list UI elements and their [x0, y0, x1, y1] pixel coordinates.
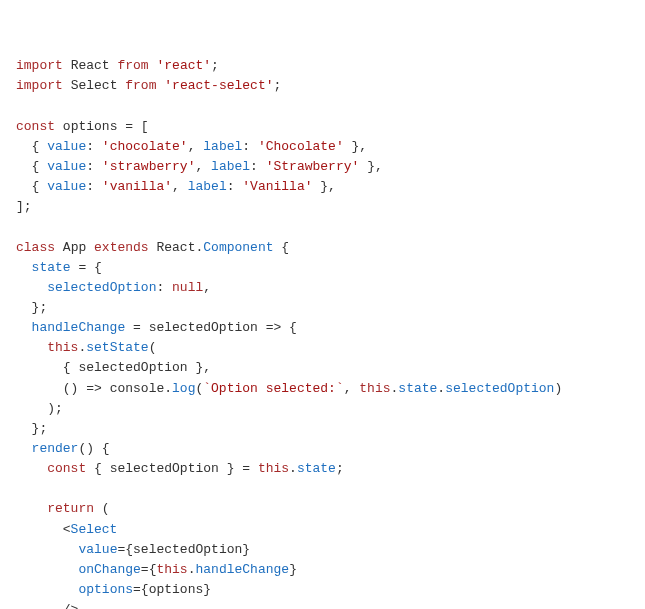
member-handlechange: handleChange [32, 320, 126, 335]
func-render: render [32, 441, 79, 456]
string-strawberry: 'strawberry' [102, 159, 196, 174]
keyword-return: return [47, 501, 94, 516]
close-bracket: ]; [16, 199, 32, 214]
string-vanilla-label: 'Vanilla' [242, 179, 312, 194]
string-chocolate: 'chocolate' [102, 139, 188, 154]
key-value: value [47, 179, 86, 194]
open-brace: { [16, 159, 47, 174]
semi: ; [274, 78, 282, 93]
func-setstate: setState [86, 340, 148, 355]
ident-selectedoption: selectedOption [110, 461, 219, 476]
keyword-import: import [16, 78, 63, 93]
ident-selectedoption: selectedOption [78, 360, 187, 375]
ident-options: options [63, 119, 118, 134]
close-paren: ); [16, 401, 63, 416]
key-label: label [203, 139, 242, 154]
member-state: state [398, 381, 437, 396]
code-block: import React from 'react'; import Select… [16, 56, 629, 609]
member-handlechange: handleChange [196, 562, 290, 577]
semi: ; [211, 58, 219, 73]
keyword-from: from [117, 58, 148, 73]
string-strawberry-label: 'Strawberry' [266, 159, 360, 174]
close-brace: }; [16, 421, 47, 436]
keyword-class: class [16, 240, 55, 255]
key-value: value [47, 139, 86, 154]
keyword-const: const [16, 119, 55, 134]
member-component: Component [203, 240, 273, 255]
keyword-const: const [47, 461, 86, 476]
ident-select: Select [71, 78, 118, 93]
keyword-this: this [47, 340, 78, 355]
member-state: state [32, 260, 71, 275]
string-react-select: 'react-select' [164, 78, 273, 93]
member-selectedoption: selectedOption [47, 280, 156, 295]
ident-react: React [71, 58, 110, 73]
keyword-null: null [172, 280, 203, 295]
assign-bracket: = [ [117, 119, 148, 134]
keyword-this: this [359, 381, 390, 396]
member-state: state [297, 461, 336, 476]
ident-console: console [110, 381, 165, 396]
keyword-extends: extends [94, 240, 149, 255]
string-vanilla: 'vanilla' [102, 179, 172, 194]
jsx-self-close: /> [16, 602, 78, 609]
key-label: label [211, 159, 250, 174]
string-chocolate-label: 'Chocolate' [258, 139, 344, 154]
param-selectedoption: selectedOption [149, 320, 258, 335]
member-selectedoption: selectedOption [445, 381, 554, 396]
jsx-attr-options: options [78, 582, 133, 597]
jsx-attr-onchange: onChange [78, 562, 140, 577]
keyword-from: from [125, 78, 156, 93]
jsx-attr-value: value [78, 542, 117, 557]
keyword-this: this [156, 562, 187, 577]
close-brace: }; [16, 300, 47, 315]
func-log: log [172, 381, 195, 396]
open-brace: { [16, 139, 47, 154]
string-react: 'react' [156, 58, 211, 73]
keyword-import: import [16, 58, 63, 73]
keyword-this: this [258, 461, 289, 476]
key-value: value [47, 159, 86, 174]
class-app: App [63, 240, 86, 255]
template-string: `Option selected:` [203, 381, 343, 396]
key-label: label [188, 179, 227, 194]
ident-react: React [156, 240, 195, 255]
jsx-select-tag: Select [71, 522, 118, 537]
open-brace: { [16, 179, 47, 194]
